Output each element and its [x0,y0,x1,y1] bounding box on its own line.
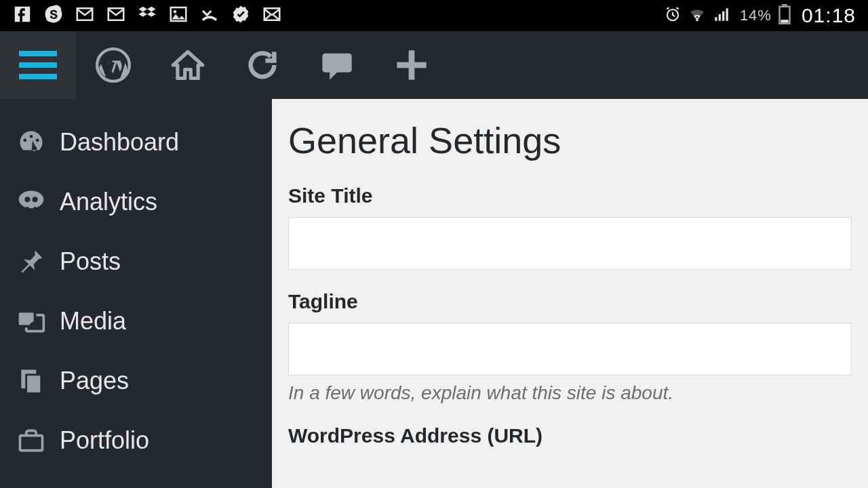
svg-rect-12 [19,62,57,68]
mail-icon [262,4,282,27]
svg-point-1 [174,10,177,14]
sidebar-item-analytics[interactable]: Analytics [0,172,272,232]
home-button[interactable] [151,31,225,99]
svg-rect-23 [26,375,41,394]
svg-rect-16 [397,62,426,68]
svg-rect-5 [719,14,721,21]
refresh-button[interactable] [225,31,300,99]
signal-icon [713,5,730,26]
field-site-title: Site Title [288,184,852,270]
analytics-icon [16,187,46,217]
status-left-icons [12,4,282,27]
plus-icon [394,47,429,83]
media-icon [16,306,46,336]
refresh-icon [245,47,280,83]
svg-rect-24 [20,436,43,451]
admin-sidebar: Dashboard Analytics Posts Media Pages Po… [0,99,272,488]
image-icon [168,4,189,27]
wp-address-label: WordPress Address (URL) [288,424,852,447]
svg-rect-7 [726,8,728,20]
tagline-label: Tagline [288,290,852,313]
svg-point-18 [24,197,30,202]
sidebar-item-media[interactable]: Media [0,291,272,351]
site-title-input[interactable] [288,217,852,270]
tagline-input[interactable] [288,323,852,375]
comments-button[interactable] [300,31,374,99]
sidebar-item-portfolio[interactable]: Portfolio [0,411,272,455]
wordpress-logo-button[interactable] [76,31,151,99]
svg-point-17 [19,191,44,209]
tagline-description: In a few words, explain what this site i… [288,382,852,404]
sidebar-item-label: Media [60,307,126,336]
clock: 01:18 [802,4,856,27]
pages-icon [16,366,46,396]
sidebar-item-pages[interactable]: Pages [0,351,272,411]
main-content: General Settings Site Title Tagline In a… [272,99,868,488]
sidebar-item-label: Dashboard [60,128,179,157]
wordpress-icon [96,47,131,83]
hamburger-icon [19,51,57,79]
dashboard-icon [16,127,46,157]
sidebar-item-label: Analytics [60,188,157,216]
status-right-icons: 14% 01:18 [664,4,856,27]
battery-icon [778,4,791,27]
svg-rect-11 [19,51,57,56]
android-status-bar: 14% 01:18 [0,0,868,31]
svg-rect-4 [715,17,717,20]
svg-rect-9 [782,4,787,7]
hamburger-menu-button[interactable] [0,31,76,99]
site-title-label: Site Title [288,184,852,207]
sidebar-item-posts[interactable]: Posts [0,232,272,291]
field-wp-address: WordPress Address (URL) [288,424,852,447]
home-icon [170,47,205,83]
check-badge-icon [231,4,251,27]
add-new-button[interactable] [374,31,449,99]
wp-admin-bar [0,31,868,99]
missed-call-icon [199,4,220,27]
gmail-icon [106,4,126,27]
svg-rect-10 [781,20,788,22]
sidebar-item-dashboard[interactable]: Dashboard [0,113,272,172]
svg-rect-6 [722,12,724,21]
gmail-icon [75,4,95,27]
comment-icon [319,47,355,83]
alarm-icon [664,5,682,26]
field-tagline: Tagline In a few words, explain what thi… [288,290,852,404]
wifi-icon [688,5,706,26]
sidebar-item-label: Pages [60,367,129,395]
svg-rect-13 [19,74,57,79]
sidebar-item-label: Posts [60,247,121,276]
page-title: General Settings [288,119,852,161]
sidebar-item-label: Portfolio [60,426,149,455]
skype-icon [43,4,64,27]
pin-icon [16,247,46,277]
battery-percent: 14% [740,7,772,24]
svg-point-19 [32,197,37,202]
facebook-icon [12,4,33,27]
portfolio-icon [16,426,46,455]
dropbox-icon [137,4,157,27]
